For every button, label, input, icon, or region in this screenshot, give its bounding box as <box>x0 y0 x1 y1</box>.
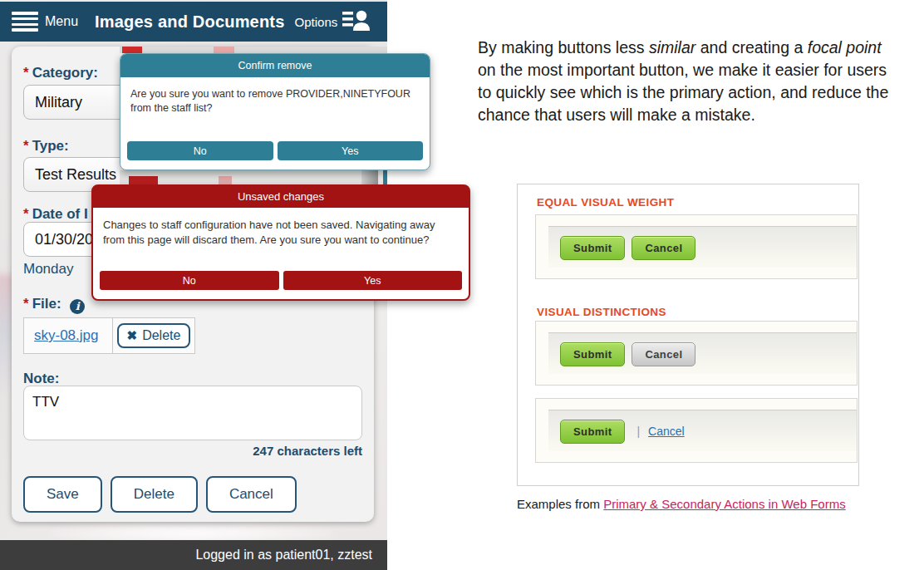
submit-button[interactable]: Submit <box>560 236 625 260</box>
options-button[interactable]: Options <box>295 15 338 29</box>
yes-button[interactable]: Yes <box>283 271 463 290</box>
caption: Examples from Primary & Secondary Action… <box>517 497 846 511</box>
delete-button[interactable]: Delete <box>111 476 198 513</box>
example-panel-distinct-buttons: Submit Cancel <box>535 321 858 386</box>
unsaved-changes-dialog: Unsaved changes Changes to staff configu… <box>91 184 470 301</box>
logged-in-status-bar: Logged in as patient01, zztest <box>0 540 387 570</box>
example-form-footer: Submit Cancel <box>548 226 857 268</box>
button-examples-box: EQUAL VISUAL WEIGHT Submit Cancel VISUAL… <box>517 184 859 486</box>
category-label: *Category: <box>23 65 98 81</box>
info-icon[interactable]: i <box>70 299 85 314</box>
example-form-footer: Submit Cancel <box>548 332 857 374</box>
date-label: *Date of I <box>23 206 88 223</box>
dialog-title: Confirm remove <box>120 54 430 77</box>
page-title: Images and Documents <box>95 12 285 32</box>
explainer-paragraph: By making buttons less similar and creat… <box>478 37 897 126</box>
form-button-row: Save Delete Cancel <box>23 476 297 513</box>
app-header: Menu Images and Documents Options <box>0 2 387 42</box>
background-fragment-row <box>120 47 387 53</box>
cancel-button[interactable]: Cancel <box>632 236 695 260</box>
required-asterisk: * <box>23 65 29 81</box>
dialog-button-row: No Yes <box>120 141 430 160</box>
category-value: Military <box>35 94 82 111</box>
background-fragment <box>122 47 142 53</box>
required-asterisk: * <box>23 206 29 222</box>
file-attachment-box: sky-08.jpg ✖ Delete <box>23 317 195 354</box>
example-form-footer: Submit | Cancel <box>548 410 857 451</box>
confirm-remove-dialog: Confirm remove Are you sure you want to … <box>120 53 430 170</box>
person-list-icon[interactable] <box>342 8 371 35</box>
example-panel-link-cancel: Submit | Cancel <box>535 398 858 463</box>
dialog-title: Unsaved changes <box>93 186 469 208</box>
file-delete-cell: ✖ Delete <box>113 318 194 353</box>
page: Menu Images and Documents Options *Categ… <box>0 0 924 570</box>
menu-label[interactable]: Menu <box>45 14 78 29</box>
dialog-message: Changes to staff configuration have not … <box>93 208 469 248</box>
background-fragment <box>214 47 234 53</box>
caption-prefix: Examples from <box>517 497 603 511</box>
cancel-button[interactable]: Cancel <box>632 342 695 366</box>
example-panel-equal-weight: Submit Cancel <box>535 214 858 279</box>
file-delete-button[interactable]: ✖ Delete <box>117 323 191 348</box>
save-button[interactable]: Save <box>23 476 102 513</box>
type-label: *Type: <box>23 138 69 155</box>
background-fragment <box>129 176 158 184</box>
separator-bar: | <box>636 425 640 438</box>
no-button[interactable]: No <box>100 271 279 290</box>
caption-source-link[interactable]: Primary & Secondary Actions in Web Forms <box>603 497 846 511</box>
dialog-button-row: No Yes <box>93 271 469 290</box>
characters-left-counter: 247 characters left <box>253 444 362 458</box>
file-label: *File: i <box>23 296 85 314</box>
required-asterisk: * <box>23 138 29 154</box>
yes-button[interactable]: Yes <box>278 141 424 160</box>
section-heading-visual-distinctions: VISUAL DISTINCTIONS <box>537 306 666 318</box>
background-fragment <box>219 176 232 184</box>
cancel-link[interactable]: Cancel <box>648 425 685 438</box>
file-name-link[interactable]: sky-08.jpg <box>34 327 98 344</box>
note-textarea[interactable]: TTV <box>23 386 362 440</box>
note-label: Note: <box>23 371 59 387</box>
no-button[interactable]: No <box>127 141 273 160</box>
submit-button[interactable]: Submit <box>560 420 625 444</box>
submit-button[interactable]: Submit <box>560 342 625 366</box>
background-fragment <box>383 170 387 184</box>
file-delete-label: Delete <box>142 328 180 343</box>
day-of-week-text: Monday <box>23 261 73 278</box>
type-value: Test Results <box>35 166 116 184</box>
background-fragment-row <box>120 170 378 184</box>
cancel-button[interactable]: Cancel <box>206 476 297 513</box>
dialog-message: Are you sure you want to remove PROVIDER… <box>120 77 430 115</box>
hamburger-menu-icon[interactable] <box>12 12 38 32</box>
x-delete-icon: ✖ <box>127 328 138 343</box>
file-name-cell: sky-08.jpg <box>24 318 113 353</box>
section-heading-equal-visual-weight: EQUAL VISUAL WEIGHT <box>537 196 674 209</box>
required-asterisk: * <box>23 296 29 312</box>
background-fragment <box>361 170 378 184</box>
